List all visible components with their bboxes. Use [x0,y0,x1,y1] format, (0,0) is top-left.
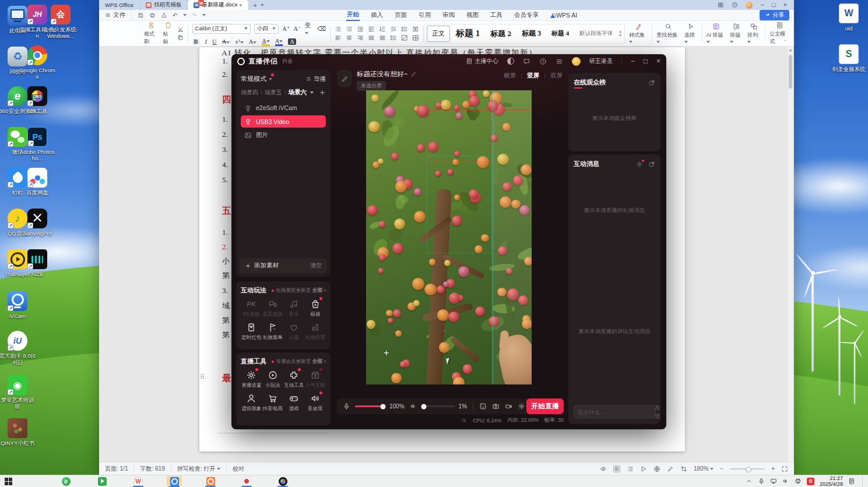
new-tab-button[interactable]: + [253,2,256,9]
scene-chevron-icon[interactable] [310,91,314,94]
mic-volume-slider[interactable] [355,405,385,407]
user-avatar[interactable] [572,57,581,66]
highlight-color-button[interactable]: A̲ [262,38,270,46]
fit-page-icon[interactable] [680,465,687,472]
distribute-icon[interactable] [379,34,386,41]
camera-icon[interactable] [505,403,512,410]
text-wrap-icon[interactable] [390,26,397,33]
speaker-icon[interactable] [410,403,417,410]
undo-icon[interactable]: ↶ [173,12,178,19]
arrange-button[interactable]: 排列 [747,23,761,45]
superscript-button[interactable]: x² [235,38,243,45]
feedback-icon[interactable] [523,58,530,65]
sticker-icon[interactable] [479,403,487,410]
tray-microphone-icon[interactable] [758,478,765,485]
word-count[interactable]: 字数: 619 [140,465,164,473]
start-button[interactable] [5,478,12,485]
zoom-in-button[interactable]: + [771,465,775,472]
cut-icon[interactable] [177,26,184,33]
scene-tab-场景五[interactable]: 场景五 [265,89,282,97]
redo-icon[interactable]: ↷ [192,12,197,19]
style-标题 3[interactable]: 标题 3 [517,26,546,42]
taskbar-app-obs-orange-icon[interactable] [203,476,218,486]
notification-center-icon[interactable] [848,478,855,485]
help-icon[interactable] [539,58,547,65]
sogou-input-icon[interactable]: S [807,478,814,485]
interact-item-定时红包[interactable]: 定时红包 [241,322,262,341]
share-button[interactable]: 分享 [760,10,789,20]
ribbon-tab-插入[interactable]: 插入 [370,10,384,20]
page-view-icon[interactable] [613,465,620,472]
font-size-select[interactable]: 小四 [254,24,279,34]
bold-button[interactable]: B [192,38,200,45]
source-item[interactable]: e2eSoft iVCam [241,102,326,114]
wps-account-avatar[interactable] [746,2,753,9]
tool-item-游戏[interactable]: 游戏 [283,393,305,412]
desktop-icon[interactable]: ↗iVCam [0,291,36,319]
anchor-center-button[interactable]: 主播中心 [466,57,498,65]
scene-tab-场景六[interactable]: 场景六 [289,89,307,97]
mode-select[interactable]: 常规模式 [241,75,266,83]
align-right-icon[interactable] [357,34,364,41]
comment-input[interactable] [578,409,655,415]
desktop-icon[interactable]: QINYY小红书 [0,418,36,446]
style-正文[interactable]: 正文 [427,26,450,42]
interact-item-礼物菜单[interactable]: 礼物菜单 [262,322,284,341]
save-icon[interactable] [138,12,144,19]
desktop-icon[interactable]: ↗梦辛艺术培训班 [0,375,36,410]
paragraph-drag-handle-icon[interactable]: ⠿ [200,373,204,381]
ai-layout-button[interactable]: AI 排版 [707,23,726,45]
flip-camera-icon[interactable] [492,403,500,410]
tray-speaker-icon[interactable] [782,478,789,485]
scrollbar-thumb[interactable] [789,55,792,89]
ribbon-tab-工具[interactable]: 工具 [490,10,503,20]
tool-item-音效库[interactable]: 音效库 [305,393,326,412]
collapse-ribbon-icon[interactable] [782,38,788,44]
interact-more-link[interactable]: 全部 › [311,287,326,294]
shading-icon[interactable] [401,34,408,41]
interact-item-礼物投票[interactable]: 礼物投票 [305,322,326,341]
director-button[interactable]: 导播 [305,75,326,83]
orientation-tab-横屏[interactable]: 横屏 [504,72,516,80]
file-menu-button[interactable]: 文件 [99,10,132,20]
ribbon-tab-审阅[interactable]: 审阅 [442,10,455,20]
text-effect-button[interactable]: A [249,38,257,45]
style-标题 2[interactable]: 标题 2 [486,26,516,42]
zoom-slider[interactable] [730,468,765,470]
quick-access-chevron-icon[interactable] [202,14,206,16]
minimize-button[interactable]: − [760,2,764,8]
tool-item-虚拟形象[interactable]: 虚拟形象 [241,393,262,412]
scene-tab-场景四[interactable]: 场景四 [241,89,258,97]
style-默认段落字体[interactable]: 默认段落字体 [575,26,617,42]
video-preview[interactable]: + [366,90,532,384]
taskbar-clock[interactable]: 21:27 2025/4/28 [820,475,843,487]
theme-toggle-icon[interactable] [507,58,514,65]
increase-font-icon[interactable]: A⁺ [282,25,290,32]
line-spacing-icon[interactable] [390,34,397,41]
microphone-icon[interactable] [343,403,350,410]
edit-cover-button[interactable] [337,70,352,87]
taskbar-app-camera-app-icon[interactable] [239,476,254,486]
interact-item-PK连线[interactable]: PKPK连线 [241,299,262,318]
ribbon-tab-页面[interactable]: 页面 [394,10,407,20]
start-live-button[interactable]: 开始直播 [526,398,564,414]
tool-item-直播设置[interactable]: 直播设置 [241,370,262,389]
numbered-list-icon[interactable] [346,26,353,33]
settings-icon[interactable] [518,403,525,410]
tool-item-人气宝箱[interactable]: 人气宝箱 [305,370,326,389]
message-settings-icon[interactable] [636,161,643,168]
desktop-icon[interactable]: ↗百度网盘 [19,168,56,196]
desktop-icon[interactable]: ↗Google Chrome [19,45,56,80]
desktop-icon[interactable]: ↗宏天助手 8.0(64位) [0,331,36,365]
maximize-button[interactable]: □ [772,2,776,8]
wps-document-tab[interactable]: WWPS Office [99,0,140,10]
zoom-out-button[interactable]: − [720,465,723,472]
desktop-icon[interactable]: ↗JianyingPro [19,209,56,237]
live-minimize-button[interactable]: − [631,58,635,65]
taskbar-app-live-companion-icon[interactable] [167,476,182,486]
category-tag[interactable]: 未选分类 [357,81,386,91]
italic-button[interactable]: I [205,38,208,45]
interact-item-嘉宾连线[interactable]: 嘉宾连线 [262,299,284,318]
format-painter-button[interactable]: 格式刷 [144,22,159,45]
select-button[interactable]: 选择 [684,23,698,45]
